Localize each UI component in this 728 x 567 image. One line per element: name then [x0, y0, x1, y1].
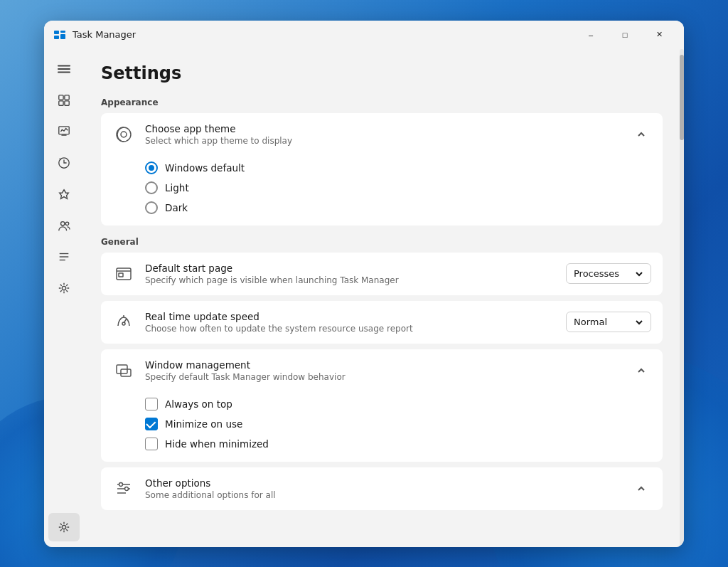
theme-title: Choose app theme: [145, 123, 621, 134]
sidebar-item-services[interactable]: [48, 274, 80, 302]
svg-rect-9: [59, 100, 63, 105]
title-bar: Task Manager – □ ✕: [44, 21, 684, 49]
update-speed-icon: [112, 311, 135, 334]
svg-point-15: [65, 222, 69, 226]
svg-rect-24: [119, 273, 123, 277]
maximize-button[interactable]: □: [609, 23, 641, 46]
theme-option-dark[interactable]: Dark: [145, 201, 651, 214]
svg-point-20: [62, 525, 65, 529]
always-on-top-label: Always on top: [165, 398, 232, 410]
svg-point-22: [121, 132, 127, 137]
task-manager-window: Task Manager – □ ✕: [44, 21, 684, 547]
app-icon: [53, 28, 67, 42]
svg-rect-1: [60, 31, 65, 33]
sidebar-item-menu[interactable]: [48, 55, 80, 83]
general-section-label: General: [101, 237, 663, 247]
window-controls: – □ ✕: [574, 23, 675, 46]
theme-subtitle: Select which app theme to display: [145, 136, 621, 146]
svg-rect-8: [65, 95, 69, 99]
hide-when-minimized-checkbox: [145, 438, 158, 450]
svg-rect-5: [58, 68, 70, 70]
start-page-subtitle: Specify which page is visible when launc…: [145, 275, 556, 285]
svg-rect-3: [60, 34, 65, 39]
window-mgmt-expand-button[interactable]: [631, 361, 651, 381]
other-options-row: Other options Some additional options fo…: [101, 467, 663, 510]
settings-content: Settings Appearance Choose app theme Sel…: [84, 49, 680, 547]
start-page-card: Default start page Specify which page is…: [101, 253, 663, 295]
svg-point-25: [122, 322, 125, 325]
sidebar-item-settings[interactable]: [48, 513, 80, 541]
minimize-button[interactable]: –: [574, 23, 607, 46]
svg-rect-0: [54, 31, 59, 34]
sidebar-item-app-history[interactable]: [48, 149, 80, 177]
other-options-title: Other options: [145, 477, 621, 489]
theme-icon: [112, 123, 135, 146]
window-mgmt-icon: [112, 359, 135, 382]
sidebar-item-details[interactable]: [48, 243, 80, 271]
svg-rect-2: [54, 36, 59, 39]
start-page-dropdown[interactable]: Processes: [566, 263, 651, 284]
sidebar-item-processes[interactable]: [48, 86, 80, 115]
theme-option-light[interactable]: Light: [145, 181, 651, 194]
start-page-value: Processes: [574, 268, 619, 279]
appearance-section-label: Appearance: [101, 97, 663, 107]
other-options-expand-button[interactable]: [631, 479, 651, 499]
window-mgmt-title: Window management: [145, 359, 621, 371]
main-area: Settings Appearance Choose app theme Sel…: [44, 49, 684, 547]
radio-dark: [145, 201, 158, 214]
update-speed-text: Real time update speed Choose how often …: [145, 311, 556, 334]
window-title: Task Manager: [73, 29, 574, 40]
window-mgmt-card: Window management Specify default Task M…: [101, 349, 663, 462]
sidebar-item-startup[interactable]: [48, 180, 80, 208]
svg-rect-10: [65, 100, 69, 105]
svg-rect-12: [61, 134, 66, 135]
theme-option-windows-default[interactable]: Windows default: [145, 161, 651, 174]
start-page-text: Default start page Specify which page is…: [145, 263, 556, 285]
theme-card-text: Choose app theme Select which app theme …: [145, 123, 621, 146]
radio-light: [145, 181, 158, 194]
svg-point-32: [125, 487, 129, 490]
theme-expand-button[interactable]: [631, 124, 651, 144]
hide-when-minimized-option[interactable]: Hide when minimized: [145, 438, 651, 450]
svg-rect-6: [58, 71, 70, 73]
always-on-top-option[interactable]: Always on top: [145, 398, 651, 410]
window-mgmt-header: Window management Specify default Task M…: [101, 349, 663, 392]
svg-rect-7: [59, 95, 63, 99]
radio-windows-default: [145, 161, 158, 174]
svg-point-14: [61, 221, 65, 225]
minimize-on-use-checkbox: [145, 418, 158, 430]
minimize-on-use-option[interactable]: Minimize on use: [145, 418, 651, 430]
scrollbar-thumb[interactable]: [680, 55, 684, 140]
other-options-icon: [112, 477, 135, 500]
theme-option-light-label: Light: [165, 182, 189, 194]
update-speed-dropdown[interactable]: Normal: [566, 312, 651, 332]
update-speed-subtitle: Choose how often to update the system re…: [145, 324, 556, 334]
other-options-text: Other options Some additional options fo…: [145, 477, 621, 500]
update-speed-card: Real time update speed Choose how often …: [101, 301, 663, 344]
hide-when-minimized-label: Hide when minimized: [165, 438, 269, 450]
window-mgmt-options: Always on top Minimize on use Hide when …: [101, 392, 663, 462]
start-page-icon: [112, 263, 135, 285]
start-page-row: Default start page Specify which page is…: [101, 253, 663, 295]
update-speed-chevron-icon: [635, 318, 643, 327]
sidebar-item-users[interactable]: [48, 211, 80, 240]
window-mgmt-subtitle: Specify default Task Manager window beha…: [145, 372, 621, 382]
update-speed-row: Real time update speed Choose how often …: [101, 301, 663, 344]
other-options-subtitle: Some additional options for all: [145, 490, 621, 500]
sidebar: [44, 49, 84, 547]
theme-option-dark-label: Dark: [165, 202, 188, 213]
page-title: Settings: [101, 63, 663, 83]
dropdown-chevron-icon: [635, 270, 643, 278]
svg-point-19: [62, 286, 65, 290]
minimize-on-use-label: Minimize on use: [165, 418, 242, 430]
svg-point-31: [119, 482, 123, 486]
theme-option-windows-default-label: Windows default: [165, 162, 245, 174]
svg-rect-4: [58, 65, 70, 66]
close-button[interactable]: ✕: [643, 23, 675, 46]
update-speed-value: Normal: [574, 317, 607, 327]
update-speed-title: Real time update speed: [145, 311, 556, 322]
window-mgmt-text: Window management Specify default Task M…: [145, 359, 621, 382]
scrollbar-track[interactable]: [680, 49, 684, 547]
theme-card: Choose app theme Select which app theme …: [101, 113, 663, 226]
sidebar-item-performance[interactable]: [48, 117, 80, 146]
